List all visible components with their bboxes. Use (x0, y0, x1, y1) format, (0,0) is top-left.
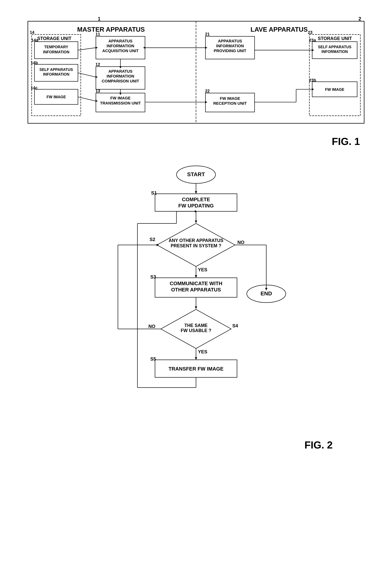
s2-yes-label: YES (198, 267, 207, 272)
s2-label1: ANY OTHER APPARATUS (169, 238, 223, 243)
slave-fw-label: FW IMAGE (325, 87, 344, 92)
s5-ref: S5 (150, 356, 156, 362)
ref-23a: 23a (309, 38, 316, 43)
page: 1 2 MASTER APPARATUS LAVE APPARATUS 14 S… (0, 0, 392, 586)
fig1-diagram: 1 2 MASTER APPARATUS LAVE APPARATUS 14 S… (20, 14, 372, 131)
unit21-l2: INFORMATION (216, 44, 244, 48)
slave-storage-ref: 23 (308, 30, 312, 35)
temp-info-label1: TEMPORARY (44, 45, 68, 49)
ref-22: 22 (205, 89, 210, 93)
svg-marker-36 (312, 88, 314, 91)
s1-ref: S1 (151, 190, 157, 196)
svg-text:2: 2 (358, 16, 361, 22)
unit22-l2: RECEPTION UNIT (213, 101, 247, 106)
start-label: START (187, 171, 205, 177)
s3-ref: S3 (150, 274, 156, 280)
svg-marker-27 (143, 47, 146, 49)
svg-marker-25 (119, 93, 122, 95)
s1-label2: FW UPDATING (178, 203, 214, 209)
unit13-l2: TRANSMISSION UNIT (100, 101, 141, 105)
s4-no-label: NO (148, 324, 156, 329)
svg-marker-28 (205, 47, 207, 49)
svg-marker-52 (195, 306, 197, 309)
svg-marker-21 (96, 100, 98, 102)
svg-marker-32 (312, 49, 314, 51)
s1-label1: COMPLETE (182, 197, 210, 202)
s4-ref: S4 (232, 323, 238, 328)
fw-image-master-label: FW IMAGE (46, 95, 66, 99)
unit11-l1: APPARATUS (108, 39, 132, 43)
fig2-diagram: START COMPLETE FW UPDATING S1 ANY OTHER … (59, 163, 333, 436)
fig2-container: START COMPLETE FW UPDATING S1 ANY OTHER … (59, 163, 333, 451)
svg-marker-39 (195, 191, 197, 194)
ref-13: 13 (96, 89, 100, 93)
svg-marker-30 (205, 101, 207, 103)
ref-14b: 14b (31, 61, 38, 65)
ref-23b: 23b (309, 78, 316, 83)
s2-ref: S2 (150, 237, 155, 242)
unit12-l1: APPARATUS (108, 69, 132, 74)
ref-14c: 14c (31, 86, 38, 90)
unit13-l1: FW IMAGE (110, 96, 130, 100)
ref-14a: 14a (31, 38, 38, 43)
unit22-l1: FW IMAGE (220, 96, 240, 101)
fig1-container: 1 2 MASTER APPARATUS LAVE APPARATUS 14 S… (20, 14, 372, 147)
s2-no-label: NO (238, 240, 244, 245)
unit11-l3: ACQUISITION UNIT (102, 49, 139, 53)
unit12-l3: COMPARISON UNIT (102, 79, 139, 83)
unit21-l3: PROVIDING UNIT (214, 49, 246, 53)
s3-label2: OTHER APPARATUS (171, 287, 221, 293)
ref-12: 12 (96, 62, 100, 67)
svg-marker-42 (195, 221, 197, 223)
fig1-label: FIG. 1 (20, 136, 360, 147)
unit21-l1: APPARATUS (218, 39, 242, 43)
slave-title: LAVE APPARATUS (250, 26, 308, 33)
svg-marker-49 (195, 275, 197, 278)
s3-label1: COMMUNICATE WITH (170, 281, 222, 286)
end-label: END (260, 290, 272, 297)
slave-storage-label: STORAGE UNIT (318, 36, 352, 41)
ref-21: 21 (205, 32, 210, 37)
self-info-label2: INFORMATION (43, 72, 69, 76)
svg-marker-23 (119, 66, 122, 69)
svg-marker-59 (195, 357, 197, 360)
svg-text:1: 1 (98, 16, 100, 22)
s4-yes-label: YES (198, 349, 207, 354)
self-info-label1: SELF APPARATUS (40, 67, 73, 72)
svg-marker-46 (265, 288, 268, 290)
s4-label1: THE SAME (184, 323, 208, 328)
s2-label2: PRESENT IN SYSTEM ? (170, 243, 221, 248)
fig2-label: FIG. 2 (59, 439, 333, 451)
s5-label: TRANSFER FW IMAGE (168, 366, 224, 372)
master-title: MASTER APPARATUS (77, 26, 145, 33)
slave-self-info-l2: INFORMATION (322, 50, 348, 54)
temp-info-label2: INFORMATION (43, 50, 69, 54)
s4-label2: FW USABLE ? (180, 328, 211, 333)
ref-11: 11 (96, 32, 100, 37)
unit12-l2: INFORMATION (106, 74, 134, 78)
master-storage-ref: 14 (30, 30, 34, 35)
master-storage-label: STORAGE UNIT (37, 36, 72, 41)
unit11-l2: INFORMATION (106, 44, 134, 48)
slave-self-info-l1: SELF APPARATUS (318, 45, 352, 49)
svg-marker-17 (96, 47, 98, 49)
svg-marker-19 (96, 76, 98, 78)
